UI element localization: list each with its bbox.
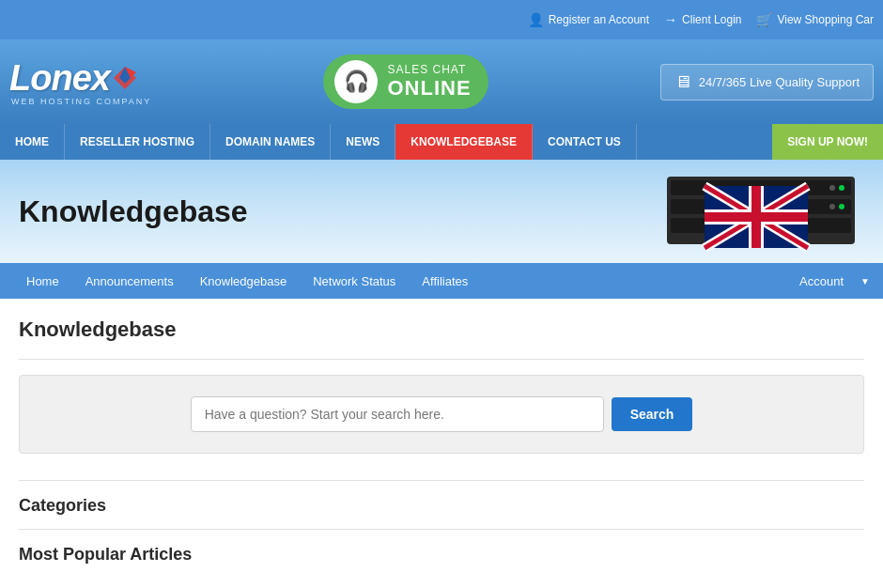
login-link[interactable]: → Client Login (664, 12, 741, 27)
search-button[interactable]: Search (612, 397, 693, 431)
content-area: Knowledgebase Search Categories Most Pop… (0, 299, 883, 588)
top-bar: 👤 Register an Account → Client Login 🛒 V… (0, 0, 883, 39)
sales-chat-button[interactable]: 🎧 SALES CHAT ONLINE (323, 54, 488, 109)
header: Lonex WEB HOSTING COMPANY 🎧 SALES CHAT O… (0, 39, 883, 124)
cart-icon: 🛒 (756, 12, 772, 27)
hero-banner: Knowledgebase (0, 160, 883, 263)
logo: Lonex (9, 58, 151, 99)
account-label: Account (786, 274, 857, 288)
nav-news[interactable]: NEWS (331, 124, 395, 160)
breadcrumb-account[interactable]: Account ▼ (786, 274, 870, 288)
svg-point-7 (839, 185, 844, 191)
page-title: Knowledgebase (19, 317, 864, 342)
svg-point-9 (839, 204, 844, 209)
register-icon: 👤 (528, 12, 544, 27)
breadcrumb-home[interactable]: Home (13, 274, 72, 288)
nav-domains[interactable]: DOMAIN NAMES (210, 124, 331, 160)
breadcrumb-knowledgebase[interactable]: Knowledgebase (187, 274, 301, 288)
popular-articles-title: Most Popular Articles (19, 545, 864, 565)
logo-text: Lonex (9, 58, 110, 99)
divider-3 (19, 529, 864, 530)
search-input[interactable] (191, 396, 604, 432)
breadcrumb-affiliates[interactable]: Affiliates (409, 274, 481, 288)
nav-contact[interactable]: CONTACT US (533, 124, 637, 160)
nav-signup[interactable]: SIGN UP NOW! (772, 124, 883, 160)
nav-knowledgebase[interactable]: KNOWLEDGEBASE (395, 124, 533, 160)
svg-point-8 (829, 185, 835, 191)
divider-2 (19, 480, 864, 481)
chevron-down-icon: ▼ (860, 276, 870, 286)
sales-chat-text: SALES CHAT ONLINE (387, 63, 471, 101)
main-nav: HOME RESELLER HOSTING DOMAIN NAMES NEWS … (0, 124, 883, 160)
nav-home[interactable]: HOME (0, 124, 65, 160)
nav-reseller[interactable]: RESELLER HOSTING (65, 124, 210, 160)
hero-title: Knowledgebase (19, 194, 248, 229)
hero-image (658, 169, 864, 252)
logo-diamond-icon (112, 65, 138, 91)
cart-link[interactable]: 🛒 View Shopping Car (756, 12, 874, 27)
logo-subtitle: WEB HOSTING COMPANY (9, 97, 151, 106)
top-bar-right: 👤 Register an Account → Client Login 🛒 V… (528, 12, 874, 27)
categories-title: Categories (19, 496, 864, 516)
breadcrumb-nav: Home Announcements Knowledgebase Network… (0, 263, 883, 299)
breadcrumb-announcements[interactable]: Announcements (72, 274, 187, 288)
headset-icon: 🎧 (334, 60, 378, 103)
logo-area: Lonex WEB HOSTING COMPANY (9, 58, 151, 106)
live-support-badge: 🖥 24/7/365 Live Quality Support (660, 64, 874, 101)
search-box: Search (19, 375, 864, 454)
login-icon: → (664, 12, 677, 27)
server-graphic-svg (658, 169, 864, 252)
divider-1 (19, 359, 864, 360)
monitor-icon: 🖥 (674, 72, 691, 92)
breadcrumb-network-status[interactable]: Network Status (300, 274, 409, 288)
svg-point-10 (829, 204, 835, 209)
register-link[interactable]: 👤 Register an Account (528, 12, 649, 27)
